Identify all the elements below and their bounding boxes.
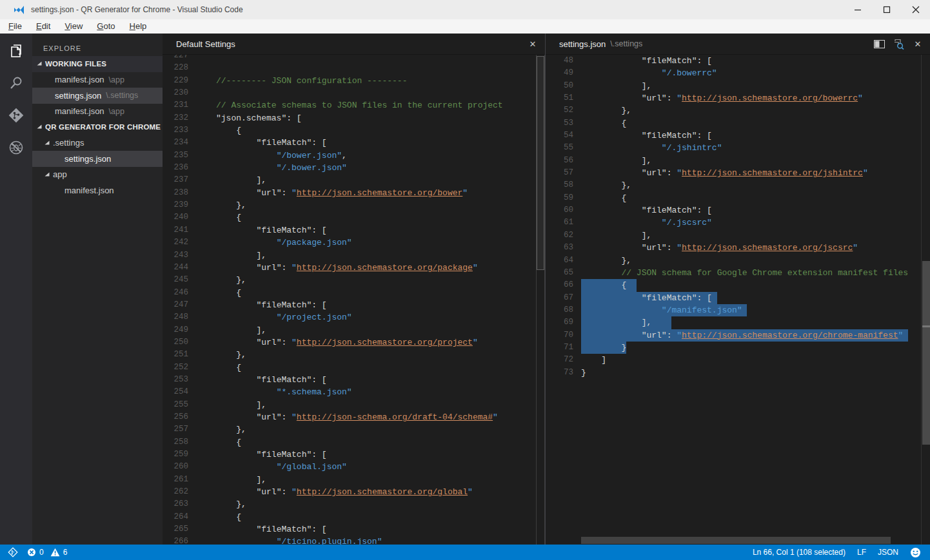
split-editor-icon[interactable] [873, 39, 885, 50]
code-line-251[interactable]: 251 }, [163, 349, 545, 361]
code-line-243[interactable]: 243 ], [163, 249, 545, 262]
menu-item-help[interactable]: Help [123, 19, 154, 34]
tree-item-manifest-json[interactable]: manifest.json\app [32, 72, 163, 88]
menu-item-file[interactable]: File [1, 19, 29, 34]
code-line-57[interactable]: 57 "url": "http://json.schemastore.org/j… [546, 167, 930, 179]
maximize-icon[interactable] [872, 0, 901, 19]
explorer-icon[interactable] [0, 35, 32, 67]
code-line-48[interactable]: 48 "fileMatch": [ [546, 55, 930, 67]
errors-status[interactable]: 0 [27, 548, 44, 557]
code-line-242[interactable]: 242 "/package.json" [163, 237, 545, 249]
code-line-232[interactable]: 232"json.schemas": [ [163, 112, 545, 124]
language-mode-status[interactable]: JSON [878, 548, 898, 557]
url-link[interactable]: http://json.schemastore.org/bowerrc [682, 93, 858, 103]
url-link[interactable]: http://json.schemastore.org/global [297, 487, 468, 497]
tree-item-settings-json[interactable]: settings.json [32, 151, 163, 167]
code-line-238[interactable]: 238 "url": "http://json.schemastore.org/… [163, 187, 545, 199]
code-line-247[interactable]: 247 "fileMatch": [ [163, 299, 545, 311]
preview-search-icon[interactable] [893, 39, 904, 50]
code-line-253[interactable]: 253 "fileMatch": [ [163, 374, 545, 386]
scrollbar-slider[interactable] [537, 56, 544, 270]
code-line-71[interactable]: 71 } [546, 342, 930, 354]
url-link[interactable]: http://json.schemastore.org/package [297, 263, 473, 273]
editor-tab-settings-json[interactable]: settings.json \.settings [546, 34, 930, 55]
code-line-245[interactable]: 245 }, [163, 274, 545, 286]
scrollbar-slider[interactable] [922, 261, 930, 445]
tree-item--settings[interactable]: .settings [32, 135, 163, 151]
vertical-scrollbar[interactable] [921, 55, 930, 545]
code-line-65[interactable]: 65 // JSON schema for Google Chrome exte… [546, 267, 930, 279]
close-icon[interactable] [901, 0, 930, 19]
tree-section-qr-generator-for-chrome[interactable]: QR GENERATOR FOR CHROME [32, 119, 163, 135]
code-line-239[interactable]: 239 }, [163, 199, 545, 211]
code-line-254[interactable]: 254 "*.schema.json" [163, 386, 545, 398]
code-line-231[interactable]: 231// Associate schemas to JSON files in… [163, 99, 545, 111]
url-link[interactable]: http://json.schemastore.org/bower [297, 188, 462, 198]
code-line-70[interactable]: 70 "url": "http://json.schemastore.org/c… [546, 329, 930, 342]
git-status-icon[interactable] [8, 547, 18, 557]
code-line-258[interactable]: 258 { [163, 436, 545, 449]
code-line-263[interactable]: 263 }, [163, 498, 545, 510]
code-line-55[interactable]: 55 "/.jshintrc" [546, 142, 930, 154]
code-line-265[interactable]: 265 "fileMatch": [ [163, 523, 545, 536]
menu-item-view[interactable]: View [57, 19, 90, 34]
code-line-230[interactable]: 230 [163, 87, 545, 99]
tree-item-manifest-json[interactable]: manifest.json [32, 182, 163, 198]
code-line-240[interactable]: 240 { [163, 211, 545, 224]
menu-item-edit[interactable]: Edit [29, 19, 57, 34]
code-line-260[interactable]: 260 "/global.json" [163, 461, 545, 473]
editor-pane-settings-json[interactable]: settings.json \.settings [545, 34, 930, 545]
code-line-53[interactable]: 53 { [546, 117, 930, 130]
code-line-56[interactable]: 56 ], [546, 155, 930, 167]
code-line-63[interactable]: 63 "url": "http://json.schemastore.org/j… [546, 242, 930, 254]
code-line-262[interactable]: 262 "url": "http://json.schemastore.org/… [163, 486, 545, 498]
code-line-49[interactable]: 49 "/.bowerrc" [546, 67, 930, 79]
code-area-settings-json[interactable]: 48 "fileMatch": [49 "/.bowerrc"50 ],51 "… [546, 55, 930, 545]
code-line-264[interactable]: 264 { [163, 511, 545, 523]
code-line-51[interactable]: 51 "url": "http://json.schemastore.org/b… [546, 92, 930, 104]
scrollbar-slider[interactable] [581, 537, 891, 544]
code-line-66[interactable]: 66 { [546, 279, 930, 291]
code-line-61[interactable]: 61 "/.jscsrc" [546, 217, 930, 229]
close-icon[interactable]: ✕ [527, 39, 539, 49]
close-icon[interactable]: ✕ [912, 39, 924, 49]
code-line-252[interactable]: 252 { [163, 362, 545, 374]
warnings-status[interactable]: 6 [50, 548, 68, 557]
code-line-241[interactable]: 241 "fileMatch": [ [163, 224, 545, 237]
code-line-246[interactable]: 246 { [163, 287, 545, 299]
code-line-261[interactable]: 261 ], [163, 474, 545, 486]
code-line-64[interactable]: 64 }, [546, 255, 930, 267]
code-line-235[interactable]: 235 "/bower.json", [163, 150, 545, 162]
code-line-237[interactable]: 237 ], [163, 174, 545, 186]
code-line-50[interactable]: 50 ], [546, 80, 930, 92]
code-line-234[interactable]: 234 "fileMatch": [ [163, 137, 545, 149]
code-line-54[interactable]: 54 "fileMatch": [ [546, 130, 930, 142]
code-line-72[interactable]: 72 ] [546, 354, 930, 366]
tree-item-app[interactable]: app [32, 167, 163, 183]
code-line-266[interactable]: 266 "/ticino.plugin.json" [163, 536, 545, 545]
menu-item-goto[interactable]: Goto [90, 19, 122, 34]
code-line-255[interactable]: 255 ], [163, 399, 545, 411]
horizontal-scrollbar[interactable] [546, 536, 930, 545]
editor-tab-default-settings[interactable]: Default Settings ✕ [163, 34, 545, 55]
code-line-244[interactable]: 244 "url": "http://json.schemastore.org/… [163, 262, 545, 274]
code-line-62[interactable]: 62 ], [546, 229, 930, 242]
code-line-73[interactable]: 73} [546, 367, 930, 379]
code-line-256[interactable]: 256 "url": "http://json-schema.org/draft… [163, 411, 545, 423]
code-line-68[interactable]: 68 "/manifest.json" [546, 304, 930, 316]
debug-disabled-icon[interactable] [0, 131, 32, 164]
url-link[interactable]: http://json.schemastore.org/chrome-manif… [682, 331, 898, 340]
code-line-257[interactable]: 257 }, [163, 423, 545, 436]
code-line-227[interactable]: 227 [163, 55, 545, 62]
editor-pane-default-settings[interactable]: Default Settings ✕ 227228229//-------- J… [163, 34, 545, 545]
feedback-smiley-icon[interactable] [910, 547, 921, 558]
cursor-position-status[interactable]: Ln 66, Col 1 (108 selected) [753, 548, 846, 557]
eol-status[interactable]: LF [857, 548, 866, 557]
code-line-59[interactable]: 59 { [546, 192, 930, 204]
tree-section-working-files[interactable]: WORKING FILES [32, 56, 163, 72]
code-line-58[interactable]: 58 }, [546, 179, 930, 191]
code-line-69[interactable]: 69 ], [546, 316, 930, 329]
url-link[interactable]: http://json.schemastore.org/project [297, 338, 473, 347]
code-area-default-settings[interactable]: 227228229//-------- JSON configuration -… [163, 55, 545, 545]
url-link[interactable]: http://json.schemastore.org/jshintrc [682, 168, 863, 178]
